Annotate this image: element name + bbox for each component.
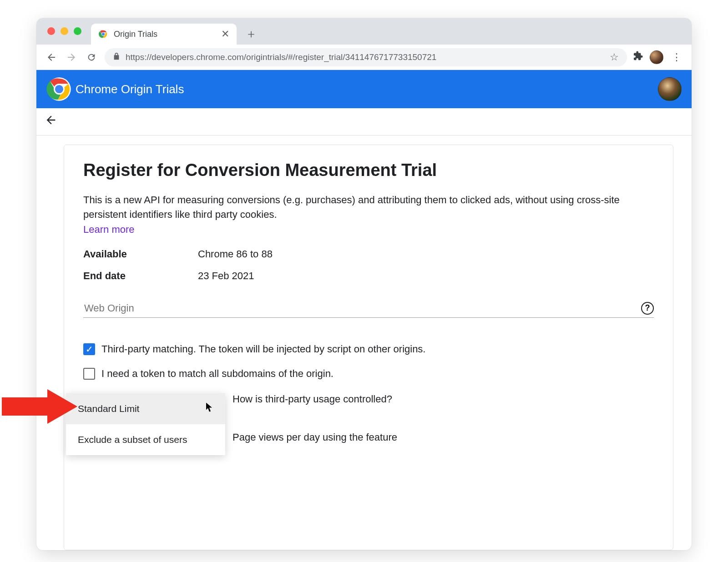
back-button[interactable]	[45, 50, 58, 64]
close-window-button[interactable]	[47, 27, 55, 35]
usage-limit-dropdown[interactable]: Standard Limit Exclude a subset of users	[66, 393, 225, 455]
subdomains-checkbox[interactable]	[83, 368, 95, 380]
page-back-row	[36, 108, 692, 135]
third-party-label: Third-party matching. The token will be …	[101, 343, 426, 355]
third-party-control-question: How is third-party usage controlled?	[233, 393, 397, 405]
profile-avatar-small[interactable]	[650, 50, 663, 64]
chrome-logo-icon	[46, 76, 72, 102]
help-icon[interactable]: ?	[641, 302, 654, 315]
third-party-checkbox[interactable]: ✓	[83, 343, 95, 355]
forward-button[interactable]	[65, 50, 78, 64]
svg-marker-0	[2, 389, 77, 424]
extensions-icon[interactable]	[633, 51, 643, 64]
trial-metadata: Available Chrome 86 to 88 End date 23 Fe…	[83, 248, 654, 282]
bookmark-star-icon[interactable]: ☆	[610, 51, 619, 63]
browser-tab[interactable]: Origin Trials ✕	[91, 24, 237, 45]
learn-more-link[interactable]: Learn more	[83, 224, 654, 236]
page-title: Register for Conversion Measurement Tria…	[83, 161, 654, 180]
url-text: https://developers.chrome.com/origintria…	[126, 52, 436, 62]
available-label: Available	[83, 248, 198, 260]
page-views-label: Page views per day using the feature	[233, 432, 397, 443]
app-header: Chrome Origin Trials	[36, 70, 692, 108]
registration-card: Register for Conversion Measurement Tria…	[64, 145, 673, 550]
annotation-arrow	[2, 389, 77, 424]
profile-avatar-large[interactable]	[658, 77, 682, 101]
new-tab-button[interactable]: ＋	[242, 25, 260, 43]
lock-icon	[113, 52, 120, 62]
subdomains-label: I need a token to match all subdomains o…	[101, 368, 334, 380]
url-field[interactable]: https://developers.chrome.com/origintria…	[105, 48, 627, 66]
end-date-label: End date	[83, 270, 198, 282]
usage-limit-row: Standard Limit Exclude a subset of users…	[83, 393, 654, 455]
browser-window: Origin Trials ✕ ＋ https://developers.chr…	[36, 18, 692, 550]
web-origin-field-row: ?	[83, 302, 654, 318]
available-value: Chrome 86 to 88	[198, 248, 273, 260]
page-back-button[interactable]	[45, 114, 57, 130]
app-title: Chrome Origin Trials	[76, 82, 184, 96]
minimize-window-button[interactable]	[61, 27, 68, 35]
reload-button[interactable]	[85, 50, 98, 64]
window-controls	[47, 27, 81, 35]
tab-bar: Origin Trials ✕ ＋	[36, 18, 692, 45]
web-origin-input[interactable]	[83, 302, 641, 315]
cursor-icon	[206, 402, 213, 415]
end-date-value: 23 Feb 2021	[198, 270, 254, 282]
chrome-favicon-icon	[98, 29, 108, 39]
maximize-window-button[interactable]	[74, 27, 81, 35]
browser-menu-button[interactable]: ⋮	[670, 51, 683, 63]
trial-description: This is a new API for measuring conversi…	[83, 193, 654, 222]
close-tab-button[interactable]: ✕	[221, 28, 229, 40]
checkbox-section: ✓ Third-party matching. The token will b…	[83, 343, 654, 380]
tab-title: Origin Trials	[114, 30, 157, 39]
dropdown-option-standard[interactable]: Standard Limit	[66, 393, 225, 424]
dropdown-option-exclude[interactable]: Exclude a subset of users	[66, 424, 225, 455]
address-bar: https://developers.chrome.com/origintria…	[36, 45, 692, 70]
